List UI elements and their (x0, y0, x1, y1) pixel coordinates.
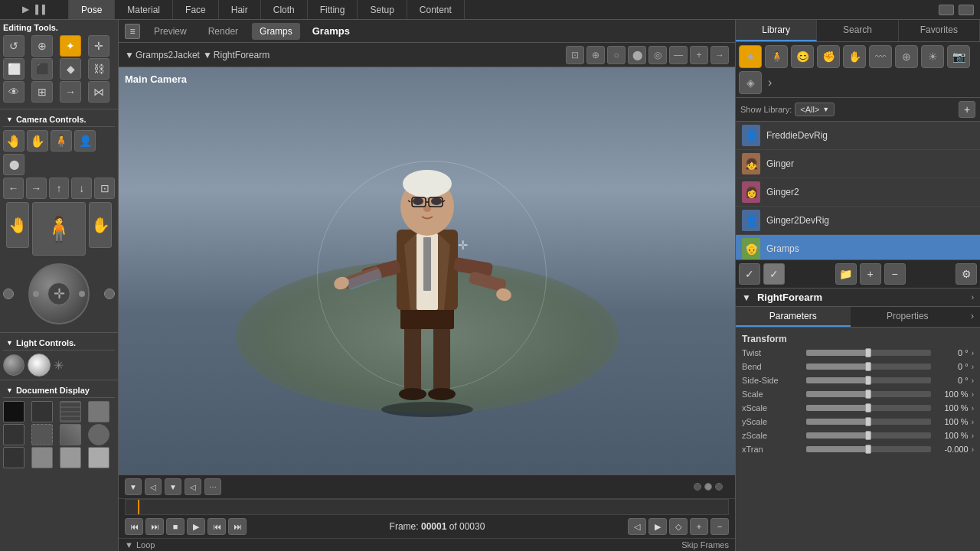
figure-cam[interactable]: 🧍 (51, 130, 72, 152)
transport-play-right[interactable]: ▶ (648, 518, 667, 535)
transport-play[interactable]: ▶ (187, 518, 205, 535)
param-slider-twist[interactable]: 0 ° (806, 348, 969, 357)
doc-icon-7[interactable] (60, 424, 81, 445)
tl-arrow-left2[interactable]: ◁ (185, 478, 201, 495)
transport-add[interactable]: + (690, 518, 708, 535)
tab-cloth[interactable]: Cloth (261, 0, 308, 19)
window-maximize[interactable] (959, 5, 974, 15)
document-display-header[interactable]: ▼ Document Display (3, 383, 115, 398)
lib-icon-face[interactable]: 😊 (791, 45, 814, 68)
rotation-dial[interactable]: ✛ (28, 263, 90, 324)
tab-render[interactable]: Render (201, 23, 246, 40)
tab-pose[interactable]: Pose (69, 0, 115, 19)
left-hand-cam[interactable]: 🤚 (3, 130, 24, 152)
lib-item-freddie[interactable]: 👤 FreddieDevRig (736, 122, 980, 150)
taper-tool[interactable]: ◆ (60, 58, 81, 80)
tab-material[interactable]: Material (115, 0, 173, 19)
right-hand-cam[interactable]: ✋ (27, 130, 48, 152)
dial-small-left[interactable] (3, 289, 14, 299)
xtran-expand[interactable]: › (972, 445, 974, 454)
side-side-slider-track[interactable] (806, 377, 931, 383)
yscale-slider-track[interactable] (806, 419, 931, 425)
lib-icon-body[interactable]: 🧍 (765, 45, 788, 68)
light-controls-header[interactable]: ▼ Light Controls. (3, 336, 115, 350)
vp-icon-2[interactable]: ⊕ (586, 46, 605, 64)
dial-small-right[interactable] (104, 289, 115, 299)
vp-icon-8[interactable]: → (710, 46, 729, 64)
tab-content[interactable]: Content (407, 0, 465, 19)
lib-icon-fist[interactable]: ✊ (817, 45, 840, 68)
bend-expand[interactable]: › (972, 363, 974, 371)
vp-icon-1[interactable]: ⊡ (566, 46, 584, 64)
param-slider-xtran[interactable]: -0.000 (806, 445, 969, 454)
progress-dot-3[interactable] (715, 483, 723, 491)
light-star-icon[interactable]: ✳ (54, 358, 64, 373)
vp-icon-3[interactable]: ○ (607, 46, 626, 64)
vp-icon-4[interactable]: ⬤ (628, 46, 646, 64)
lib-icon-prop[interactable]: ⊕ (895, 45, 918, 68)
vp-icon-6[interactable]: — (669, 46, 688, 64)
lib-item-ginger2devrig[interactable]: 👤 Ginger2DevRig (736, 207, 980, 235)
bend-slider-track[interactable] (806, 364, 931, 370)
light-knob-small[interactable] (3, 354, 24, 376)
transport-key[interactable]: ◇ (669, 518, 688, 535)
yscale-expand[interactable]: › (972, 418, 974, 426)
group-tool[interactable]: ⊞ (31, 81, 53, 103)
scale-uniform-tool[interactable]: ⬛ (31, 58, 53, 80)
window-minimize[interactable] (939, 5, 954, 15)
tab-preview[interactable]: Preview (146, 23, 194, 40)
param-slider-zscale[interactable]: 100 % (806, 431, 969, 440)
filter-dropdown[interactable]: <All> ▼ (795, 103, 835, 116)
properties-expand-right[interactable]: › (972, 293, 974, 302)
doc-icon-5[interactable] (3, 424, 24, 445)
lib-more-btn[interactable]: › (765, 76, 775, 90)
rotate-tool[interactable]: ↺ (3, 35, 24, 57)
xscale-expand[interactable]: › (972, 404, 974, 412)
head-cam[interactable]: 👤 (74, 130, 96, 152)
tab-search[interactable]: Search (817, 20, 898, 41)
lib-icon-light[interactable]: ☀ (921, 45, 944, 68)
tl-arrow-down2[interactable]: ▼ (165, 478, 181, 495)
filter-add-btn[interactable]: + (959, 101, 975, 118)
tab-favorites[interactable]: Favorites (899, 20, 980, 41)
transport-prev[interactable]: ⏭ (145, 518, 164, 535)
tab-library[interactable]: Library (736, 20, 817, 41)
viewport-menu-btn[interactable]: ≡ (125, 24, 140, 39)
lbb-remove[interactable]: − (884, 263, 906, 285)
side-side-expand[interactable]: › (972, 377, 974, 385)
xtran-slider-track[interactable] (806, 446, 931, 452)
param-slider-yscale[interactable]: 100 % (806, 417, 969, 426)
scale-expand[interactable]: › (972, 390, 974, 399)
tab-gramps[interactable]: Gramps (252, 23, 300, 40)
twist-expand[interactable]: › (972, 349, 974, 357)
torso-cam[interactable]: ⬤ (3, 154, 24, 175)
doc-icon-8[interactable] (88, 424, 109, 445)
camera-controls-header[interactable]: ▼ Camera Controls. (3, 112, 115, 127)
doc-icon-11[interactable] (60, 447, 81, 468)
select-tool[interactable]: ✦ (60, 35, 81, 57)
zscale-slider-track[interactable] (806, 432, 931, 439)
transport-next[interactable]: ⏮ (207, 518, 226, 535)
body-pose-figure[interactable]: 🧍 (32, 202, 86, 256)
vp-icon-5[interactable]: ◎ (648, 46, 667, 64)
tl-arrow-down[interactable]: ▼ (125, 478, 142, 495)
twist-tool[interactable]: ⊕ (31, 35, 53, 57)
scale-box-tool[interactable]: ⬜ (3, 58, 24, 80)
scale-slider-track[interactable] (806, 391, 931, 397)
vp-icon-7[interactable]: + (690, 46, 708, 64)
cam-nav-5[interactable]: ⊡ (94, 178, 115, 199)
doc-icon-9[interactable] (3, 447, 24, 468)
right-hand-pose[interactable]: ✋ (89, 202, 112, 248)
lbb-check2[interactable]: ✓ (763, 263, 785, 285)
doc-icon-6[interactable] (31, 424, 53, 445)
lbb-add[interactable]: + (860, 263, 881, 285)
lbb-folder[interactable]: 📁 (835, 263, 857, 285)
prop-tab-parameters[interactable]: Parameters (736, 307, 851, 327)
param-slider-bend[interactable]: 0 ° (806, 362, 969, 371)
lib-item-ginger2[interactable]: 👩 Ginger2 (736, 178, 980, 207)
prop-tab-properties[interactable]: Properties (851, 307, 965, 327)
doc-icon-1[interactable] (3, 401, 24, 422)
lbb-check[interactable]: ✓ (739, 263, 760, 285)
lbb-settings[interactable]: ⚙ (956, 263, 977, 285)
lib-item-ginger[interactable]: 👧 Ginger (736, 150, 980, 178)
